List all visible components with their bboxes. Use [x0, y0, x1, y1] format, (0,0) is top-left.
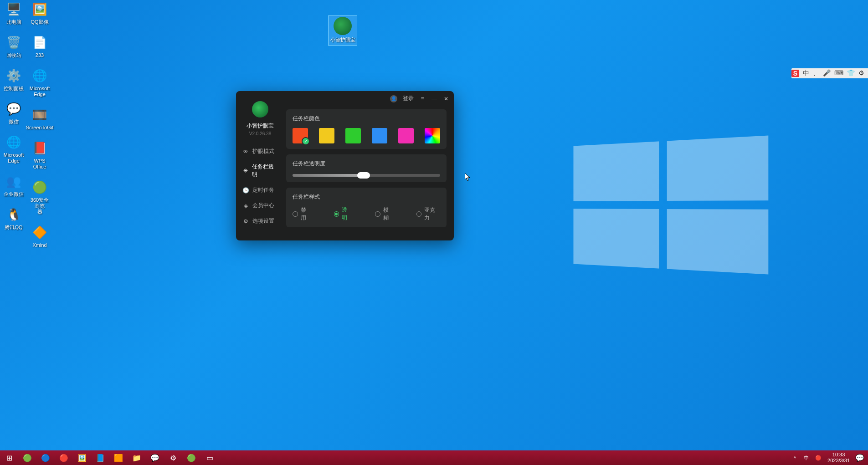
ime-logo-icon: S [791, 70, 799, 77]
panel-taskbar-color: 任务栏颜色 [286, 109, 447, 149]
taskbar-app[interactable]: 🟧 [109, 450, 128, 465]
notification-icon[interactable]: 💬 [854, 450, 865, 465]
desktop-icon-label: Xmind [32, 242, 46, 248]
taskbar: ⊞🟢🔵🔴🖼️📘🟧📁💬⚙🟢▭ ＾中🔴 10:33 2023/3/31 💬 [0, 450, 868, 465]
close-icon[interactable]: ✕ [443, 96, 449, 102]
desktop-icon[interactable]: 👥企业微信 [2, 172, 25, 197]
desktop-icon[interactable]: 🌐Microsoft Edge [28, 66, 51, 97]
style-radio[interactable]: 模糊 [375, 206, 394, 222]
desktop-icon-label: 腾讯QQ [5, 225, 22, 230]
taskbar-app[interactable]: 📘 [91, 450, 109, 465]
taskbar-app[interactable]: 🔵 [36, 450, 55, 465]
desktop-icon[interactable]: ⚙️控制面板 [2, 66, 25, 92]
desktop-icon[interactable]: 🗑️回收站 [2, 33, 25, 58]
desktop-icon[interactable]: 📕WPS Office [28, 139, 51, 170]
desktop-icon-glyph: 👥 [5, 172, 23, 190]
desktop-icon[interactable]: 🖼️QQ影像 [28, 0, 51, 25]
desktop-icon[interactable]: 🟢360安全浏览 器 [28, 178, 51, 215]
desktop-icon-label: 小智护眼宝 [330, 37, 355, 42]
desktop-icon[interactable]: 🎞️ScreenToGif [28, 106, 51, 131]
desktop-icon-glyph: 📕 [31, 139, 49, 157]
taskbar-app[interactable]: 🔴 [55, 450, 73, 465]
tray-icon[interactable]: 中 [802, 455, 810, 461]
taskbar-clock[interactable]: 10:33 2023/3/31 [826, 451, 852, 465]
user-icon: 👤 [390, 95, 397, 102]
desktop-icon-label: 微信 [9, 119, 19, 125]
desktop-icon[interactable]: 🔶Xmind [28, 223, 51, 248]
tray-icon[interactable]: ＾ [791, 455, 799, 461]
opacity-slider[interactable] [293, 174, 440, 177]
sidebar-menu-item[interactable]: 👁护眼模式 [236, 146, 284, 157]
radio-label: 透明 [342, 206, 352, 222]
sidebar-menu-item[interactable]: ✳任务栏透明 [236, 162, 284, 180]
desktop-icon[interactable]: 🖥️此电脑 [2, 0, 25, 25]
taskbar-app[interactable]: 🖼️ [73, 450, 91, 465]
color-swatch[interactable] [293, 128, 308, 143]
ime-item[interactable]: 👕 [845, 69, 857, 77]
sidebar-menu-item[interactable]: 🕒定时任务 [236, 185, 284, 195]
desktop-icon-glyph: 🟢 [31, 178, 49, 196]
desktop-icon[interactable]: 🌐Microsoft Edge [2, 133, 25, 164]
radio-label: 模糊 [383, 206, 394, 222]
radio-dot-icon [293, 211, 298, 217]
style-radio[interactable]: 透明 [334, 206, 353, 222]
menu-item-label: 任务栏透明 [252, 163, 278, 179]
ime-item[interactable]: ⚙ [857, 69, 866, 77]
taskbar-app[interactable]: 💬 [146, 450, 164, 465]
radio-dot-icon [375, 211, 380, 217]
desktop-icon-glyph: 🌐 [5, 133, 23, 151]
sidebar: 小智护眼宝 V2.0.26.38 👁护眼模式✳任务栏透明🕒定时任务◈会员中心⚙选… [236, 91, 284, 240]
desktop-column-2: 🖼️QQ影像📄233🌐Microsoft Edge🎞️ScreenToGif📕W… [28, 0, 51, 248]
color-swatch[interactable] [319, 128, 334, 143]
color-swatch[interactable] [425, 128, 440, 143]
taskbar-app[interactable]: ⚙ [164, 450, 182, 465]
taskbar-date: 2023/3/31 [827, 458, 850, 464]
taskbar-time: 10:33 [827, 452, 850, 458]
panel-taskbar-style: 任务栏样式 禁用透明模糊亚克力 [286, 188, 447, 227]
radio-dot-icon [416, 211, 422, 217]
ime-item[interactable]: ⌨ [832, 69, 845, 77]
login-button[interactable]: 登录 [403, 95, 414, 102]
color-swatch[interactable] [372, 128, 387, 143]
taskbar-app[interactable]: 📁 [128, 450, 146, 465]
color-swatch[interactable] [345, 128, 361, 143]
sidebar-menu-item[interactable]: ◈会员中心 [236, 200, 284, 211]
ime-item[interactable]: 中 [801, 69, 811, 77]
desktop-icon-glyph: 🎞️ [31, 106, 49, 124]
sidebar-menu-item[interactable]: ⚙选项设置 [236, 216, 284, 226]
menu-item-label: 会员中心 [252, 202, 274, 210]
ime-item[interactable]: 、 [811, 69, 821, 77]
style-radio[interactable]: 禁用 [293, 206, 311, 222]
app-name: 小智护眼宝 [247, 122, 274, 130]
taskbar-app[interactable]: ▭ [200, 450, 219, 465]
taskbar-app[interactable]: 🟢 [182, 450, 200, 465]
taskbar-app[interactable]: 🟢 [18, 450, 36, 465]
swatches-row [293, 128, 440, 143]
mouse-cursor-icon [465, 173, 470, 181]
menu-icon[interactable]: ≡ [419, 96, 426, 102]
desktop-icon-selected[interactable]: 小智护眼宝 [328, 15, 357, 46]
desktop-icon[interactable]: 📄233 [28, 33, 51, 58]
desktop-icon[interactable]: 💬微信 [2, 100, 25, 125]
ime-toolbar[interactable]: S 中、🎤⌨👕⚙ [791, 68, 868, 78]
radio-dot-icon [334, 211, 339, 217]
menu-item-label: 定时任务 [252, 186, 274, 194]
panel-title: 任务栏样式 [293, 193, 440, 201]
desktop-icon-label: 企业微信 [4, 191, 24, 197]
menu-item-label: 护眼模式 [252, 148, 274, 155]
desktop-icon-glyph: 🖼️ [31, 0, 49, 18]
desktop-icon[interactable]: 🐧腾讯QQ [2, 205, 25, 230]
menu-item-icon: ⚙ [242, 218, 249, 225]
taskbar-app[interactable]: ⊞ [0, 450, 18, 465]
desktop-icon-label: 233 [36, 52, 44, 58]
ime-item[interactable]: 🎤 [821, 69, 832, 77]
content-area: 任务栏颜色 任务栏透明度 任务栏样式 禁用透明模糊亚克力 [284, 91, 454, 240]
minimize-icon[interactable]: — [431, 96, 437, 102]
color-swatch[interactable] [398, 128, 414, 143]
menu-item-icon: ✳ [242, 168, 248, 174]
panel-title: 任务栏透明度 [293, 160, 440, 168]
style-radio[interactable]: 亚克力 [416, 206, 440, 222]
tray-icon[interactable]: 🔴 [814, 455, 823, 461]
app-version: V2.0.26.38 [249, 131, 271, 136]
slider-thumb[interactable] [357, 172, 370, 179]
